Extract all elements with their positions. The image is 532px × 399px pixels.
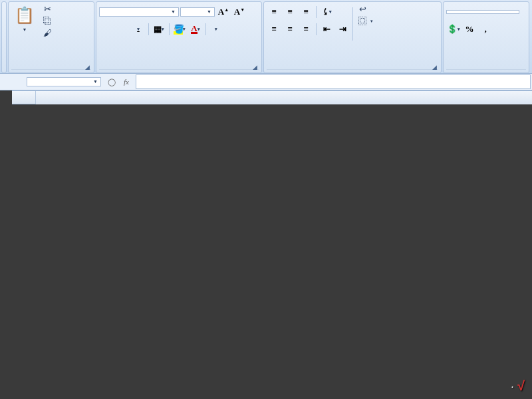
chevron-down-icon: ▾ [183, 27, 186, 32]
border-icon: ▦ [154, 24, 162, 35]
percent-button[interactable]: % [462, 22, 477, 37]
column-headers [12, 90, 532, 104]
number-format-select[interactable] [446, 10, 519, 14]
wrap-text-button[interactable]: ↩ [356, 3, 374, 15]
align-left-icon: ≡ [271, 24, 276, 35]
align-right-button[interactable]: ≡ [299, 22, 313, 37]
number-label [446, 69, 526, 72]
comma-button[interactable]: , [478, 22, 493, 37]
fx-circle-icon[interactable]: ◯ [108, 78, 116, 86]
decrease-font-button[interactable]: A▼ [232, 5, 247, 19]
formula-bar: ▼ ◯ fx [0, 74, 532, 90]
align-center-button[interactable]: ≡ [283, 22, 297, 37]
orientation-icon: ⤹ [322, 7, 329, 17]
chevron-down-icon: ▼ [207, 9, 211, 15]
underline-button[interactable]: ▾ [131, 22, 146, 37]
comma-icon: , [484, 24, 486, 35]
merge-center-button[interactable]: ⿴▾ [356, 15, 374, 27]
chevron-down-icon: ▾ [329, 9, 332, 15]
formula-input[interactable] [136, 74, 531, 89]
fx-icon[interactable]: fx [124, 78, 129, 86]
merge-icon: ⿴ [357, 16, 368, 27]
align-bottom-icon: ≡ [303, 7, 308, 17]
chevron-down-icon: ▾ [137, 27, 140, 32]
orientation-button[interactable]: ⤹▾ [319, 5, 334, 19]
formula-buttons: ◯ fx [102, 78, 134, 86]
fill-color-icon: 🪣 [174, 24, 183, 35]
paste-icon: 📋 [14, 5, 35, 26]
cut-icon: ✂ [42, 4, 53, 15]
bold-button[interactable] [99, 22, 114, 37]
copy-button[interactable]: ⿻ [41, 15, 55, 27]
phonetic-button[interactable]: ▾ [209, 22, 223, 37]
font-size-select[interactable]: ▼ [180, 7, 215, 17]
ribbon-group-number: 💲▾ % , [443, 1, 529, 73]
font-label [99, 69, 259, 72]
name-box[interactable]: ▼ [27, 77, 101, 86]
font-name-select[interactable]: ▼ [99, 7, 179, 17]
font-color-icon: A [191, 25, 197, 34]
fill-color-button[interactable]: 🪣▾ [172, 22, 187, 37]
ribbon-edge [1, 1, 7, 73]
select-all-corner[interactable] [12, 91, 36, 104]
ribbon-group-clipboard: 📋 ▼ ✂ ⿻ 🖌 ◢ [8, 1, 94, 73]
chevron-down-icon: ▾ [162, 27, 164, 32]
sheet-area [0, 90, 532, 104]
align-middle-icon: ≡ [287, 7, 292, 17]
align-top-icon: ≡ [271, 7, 276, 17]
align-right-icon: ≡ [303, 24, 308, 35]
increase-font-icon: A▲ [218, 7, 229, 17]
chevron-down-icon: ▾ [215, 27, 217, 32]
copy-icon: ⿻ [42, 16, 53, 27]
decrease-indent-icon: ⇤ [323, 24, 331, 35]
align-middle-button[interactable]: ≡ [283, 5, 297, 19]
align-label [267, 69, 438, 72]
chevron-down-icon: ▾ [370, 19, 373, 24]
decrease-indent-button[interactable]: ⇤ [319, 22, 334, 37]
increase-indent-button[interactable]: ⇥ [335, 22, 350, 37]
dialog-launcher-icon[interactable]: ◢ [85, 64, 92, 70]
increase-indent-icon: ⇥ [339, 24, 346, 35]
percent-icon: % [466, 24, 474, 35]
italic-button[interactable] [115, 22, 130, 37]
chevron-down-icon: ▾ [198, 27, 200, 32]
check-icon: √ [517, 378, 524, 393]
dialog-launcher-icon[interactable]: ◢ [432, 64, 439, 70]
increase-font-button[interactable]: A▲ [216, 5, 231, 19]
paste-button[interactable]: 📋 ▼ [11, 3, 38, 34]
format-painter-button[interactable]: 🖌 [41, 27, 55, 39]
currency-button[interactable]: 💲▾ [446, 22, 461, 37]
cut-button[interactable]: ✂ [41, 3, 55, 15]
wrap-text-icon: ↩ [357, 4, 368, 15]
chevron-down-icon: ▾ [458, 27, 460, 32]
align-center-icon: ≡ [287, 24, 292, 35]
ribbon-group-align: ≡ ≡ ≡ ⤹▾ ≡ ≡ ≡ ⇤ ⇥ ↩ ⿴▾ [263, 1, 442, 73]
chevron-down-icon: ▼ [23, 27, 27, 33]
clipboard-label [11, 69, 91, 72]
decrease-font-icon: A▼ [234, 7, 245, 17]
watermark: · √ [511, 378, 524, 394]
align-bottom-button[interactable]: ≡ [299, 5, 313, 19]
ribbon: 📋 ▼ ✂ ⿻ 🖌 ◢ ▼ ▼ A▲ A▼ [0, 0, 532, 74]
chevron-down-icon: ▼ [93, 79, 98, 84]
worksheet[interactable] [12, 90, 532, 104]
dialog-launcher-icon[interactable]: ◢ [253, 64, 259, 70]
align-top-button[interactable]: ≡ [267, 5, 281, 19]
border-button[interactable]: ▦▾ [152, 22, 166, 37]
align-left-button[interactable]: ≡ [267, 22, 281, 37]
chevron-down-icon: ▼ [171, 9, 176, 15]
format-painter-icon: 🖌 [42, 28, 53, 39]
font-color-button[interactable]: A▾ [188, 22, 203, 37]
ribbon-group-font: ▼ ▼ A▲ A▼ ▾ ▦▾ 🪣▾ A▾ ▾ [96, 1, 262, 73]
currency-icon: 💲 [447, 24, 458, 35]
